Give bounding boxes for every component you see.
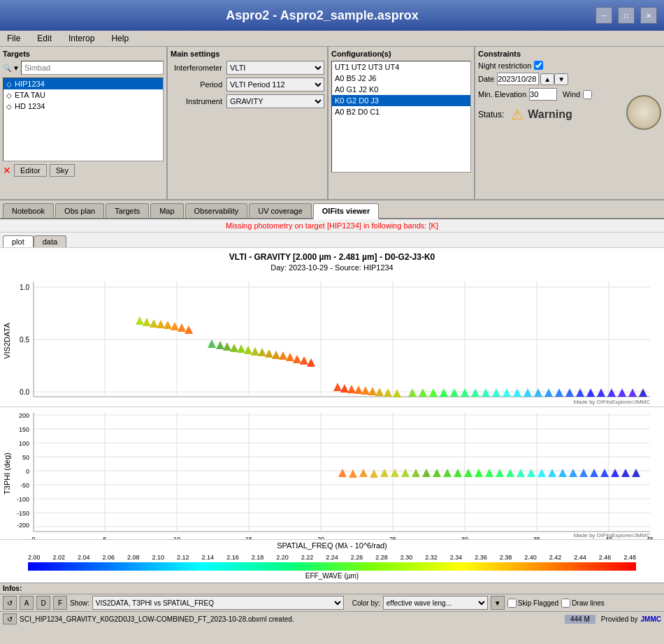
config-item-ut1234[interactable]: UT1 UT2 UT3 UT4 xyxy=(332,61,470,73)
maximize-button[interactable]: □ xyxy=(618,7,635,24)
filter-icon: ▼ xyxy=(13,64,20,72)
svg-marker-114 xyxy=(485,469,493,477)
svg-marker-127 xyxy=(621,469,630,477)
night-restriction-checkbox[interactable] xyxy=(534,61,543,70)
vis2data-chart: VIS2DATA 1.0 0.5 0.0 xyxy=(0,275,664,407)
remove-target-button[interactable]: ✕ xyxy=(3,165,11,176)
configurations-header: Configuration(s) xyxy=(331,50,471,58)
svg-marker-113 xyxy=(475,469,483,477)
target-name: ETA TAU xyxy=(15,91,45,99)
warning-icon: ⚠ xyxy=(511,106,524,123)
date-input[interactable] xyxy=(497,73,539,85)
tab-uv-coverage[interactable]: UV coverage xyxy=(249,203,312,218)
svg-marker-128 xyxy=(632,469,640,477)
tab-map[interactable]: Map xyxy=(150,203,183,218)
svg-marker-107 xyxy=(412,469,420,477)
y1-axis-label: VIS2DATA xyxy=(3,323,11,359)
min-elevation-input[interactable] xyxy=(529,88,557,101)
f-button[interactable]: F xyxy=(53,596,67,610)
d-button[interactable]: D xyxy=(36,596,50,610)
svg-marker-16 xyxy=(136,316,144,325)
tab-observability[interactable]: Observability xyxy=(185,203,248,218)
colorbar-label-18: 2.36 xyxy=(475,554,487,561)
close-button[interactable]: ✕ xyxy=(640,7,657,24)
sub-tabs: plot data xyxy=(0,233,664,248)
target-list: ◇ HIP1234 ◇ ETA TAU ◇ HD 1234 xyxy=(3,78,164,161)
jmmc-logo: JMMC xyxy=(641,615,661,623)
svg-marker-54 xyxy=(471,388,479,397)
menu-file[interactable]: File xyxy=(3,32,24,45)
svg-marker-52 xyxy=(450,388,459,397)
tab-obs-plan[interactable]: Obs plan xyxy=(55,203,104,218)
svg-marker-22 xyxy=(178,323,186,332)
svg-marker-55 xyxy=(482,388,490,397)
targets-panel-header: Targets xyxy=(3,50,164,58)
target-item-etatau[interactable]: ◇ ETA TAU xyxy=(3,89,163,101)
config-item-a0b5j2j6[interactable]: A0 B5 J2 J6 xyxy=(332,73,470,84)
color-by-select[interactable]: effective wave leng... xyxy=(383,596,488,610)
date-up-button[interactable]: ▲ xyxy=(540,73,554,85)
tab-targets[interactable]: Targets xyxy=(106,203,149,218)
svg-marker-25 xyxy=(216,341,224,349)
sub-tab-plot[interactable]: plot xyxy=(3,235,34,247)
tab-oifits-viewer[interactable]: OIFits viewer xyxy=(313,203,379,219)
sub-tab-data[interactable]: data xyxy=(34,235,66,247)
interferometer-select[interactable]: VLTI xyxy=(226,61,324,75)
target-item-hd1234[interactable]: ◇ HD 1234 xyxy=(3,101,163,112)
tab-notebook[interactable]: Notebook xyxy=(3,203,54,218)
chart-container: VLTI - GRAVITY [2.000 µm - 2.481 µm] - D… xyxy=(0,248,664,540)
period-select[interactable]: VLTI Period 112 xyxy=(226,78,324,92)
infos-bar: Infos: xyxy=(0,583,664,594)
colorbar-label-12: 2.24 xyxy=(326,554,338,561)
colorbar-label-21: 2.42 xyxy=(549,554,562,561)
date-down-button[interactable]: ▼ xyxy=(554,73,568,85)
svg-marker-38 xyxy=(307,358,315,367)
menu-edit[interactable]: Edit xyxy=(33,32,56,45)
wind-checkbox[interactable] xyxy=(583,90,592,99)
svg-marker-57 xyxy=(503,388,511,397)
svg-text:0: 0 xyxy=(26,468,29,475)
svg-marker-40 xyxy=(340,384,349,393)
status-value: Warning xyxy=(528,108,572,121)
svg-marker-42 xyxy=(354,386,363,394)
config-item-a0b2d0c1[interactable]: A0 B2 D0 C1 xyxy=(332,106,470,117)
menu-help[interactable]: Help xyxy=(107,32,133,45)
refresh-button[interactable]: ↺ xyxy=(3,596,17,610)
search-input[interactable] xyxy=(21,61,164,75)
color-by-label: Color by: xyxy=(352,599,380,607)
svg-marker-20 xyxy=(164,321,172,329)
colorbar-label-13: 2.26 xyxy=(351,554,363,561)
skip-flagged-checkbox[interactable] xyxy=(507,599,517,608)
svg-marker-65 xyxy=(586,388,595,397)
config-item-k0g2d0j3[interactable]: K0 G2 D0 J3 xyxy=(332,95,470,106)
search-icon: 🔍 xyxy=(3,64,11,72)
svg-marker-105 xyxy=(391,469,399,477)
status-refresh-button[interactable]: ↺ xyxy=(3,613,17,624)
interferometer-label: Interferometer xyxy=(171,64,226,72)
chart-subtitle: Day: 2023-10-29 - Source: HIP1234 xyxy=(0,263,664,275)
draw-lines-checkbox[interactable] xyxy=(561,599,570,608)
editor-button[interactable]: Editor xyxy=(14,164,47,177)
instrument-row: Instrument GRAVITY xyxy=(171,94,324,108)
instrument-select[interactable]: GRAVITY xyxy=(226,94,324,108)
svg-marker-41 xyxy=(347,385,356,393)
svg-marker-117 xyxy=(517,469,525,477)
minimize-button[interactable]: ─ xyxy=(596,7,612,24)
color-expand-button[interactable]: ▼ xyxy=(491,596,505,610)
main-settings-header: Main settings xyxy=(171,50,324,58)
svg-text:Made by OIFitsExplorer/JMMC: Made by OIFitsExplorer/JMMC xyxy=(574,532,651,539)
instrument-label: Instrument xyxy=(171,97,226,105)
a-button[interactable]: A xyxy=(20,596,34,610)
show-select[interactable]: VIS2DATA, T3PHI vs SPATIAL_FREQ xyxy=(92,596,344,610)
target-item-hip1234[interactable]: ◇ HIP1234 xyxy=(3,78,163,89)
svg-marker-47 xyxy=(393,389,401,397)
menu-bar: File Edit Interop Help xyxy=(0,31,664,47)
colorbar-label-0: 2.00 xyxy=(28,554,41,561)
search-bar: 🔍 ▼ xyxy=(3,61,164,75)
colorbar-label-7: 2.14 xyxy=(202,554,215,561)
sky-button[interactable]: Sky xyxy=(50,164,75,177)
svg-marker-44 xyxy=(368,387,377,395)
menu-interop[interactable]: Interop xyxy=(64,32,99,45)
colorbar-label-4: 2.08 xyxy=(127,554,140,561)
config-item-a0g1j2k0[interactable]: A0 G1 J2 K0 xyxy=(332,84,470,95)
